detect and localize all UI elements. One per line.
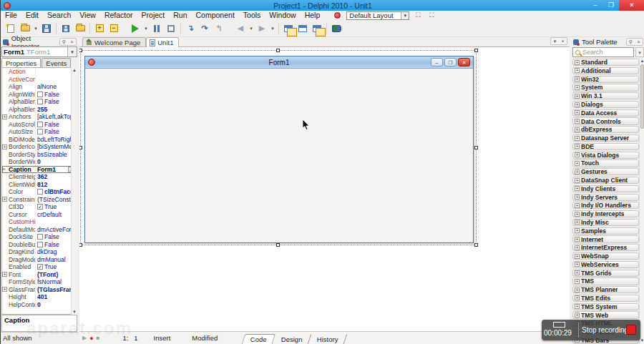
view-tab-design[interactable]: Design [273, 334, 311, 344]
new-button[interactable]: ✶ [4, 21, 18, 36]
expand-icon[interactable]: + [575, 262, 580, 267]
expand-icon[interactable]: + [575, 169, 580, 175]
menu-help[interactable]: Help [301, 11, 325, 20]
expand-icon[interactable]: + [575, 288, 580, 293]
expand-icon[interactable]: + [575, 60, 580, 65]
property-row-constraints[interactable]: +Constraints(TSizeConstrai [2, 196, 77, 204]
property-row-bidimode[interactable]: BiDiModebdLeftToRight [2, 136, 77, 144]
expand-icon[interactable]: + [575, 110, 580, 115]
designed-form[interactable]: Form1 – ❐ × [84, 56, 474, 243]
remove-from-project-button[interactable]: − [107, 21, 121, 36]
checkbox-false[interactable] [37, 234, 43, 240]
save-button[interactable] [39, 21, 54, 36]
close-icon[interactable]: × [635, 39, 643, 45]
palette-category-tms-system[interactable]: +TMS System [572, 303, 639, 310]
checkbox-true[interactable]: ✓ [37, 204, 43, 210]
property-row-clientheight[interactable]: ClientHeight362 [2, 173, 77, 181]
property-row-action[interactable]: Action [2, 68, 77, 76]
palette-category-dialogs[interactable]: +Dialogs [572, 101, 639, 108]
pause-button[interactable] [150, 21, 164, 36]
property-row-autosize[interactable]: AutoSizeFalse [2, 128, 77, 136]
open-project-button[interactable] [73, 21, 87, 36]
view-form-button[interactable] [296, 21, 310, 36]
palette-category-webservices[interactable]: +WebServices [572, 261, 639, 268]
object-selector-combo[interactable]: Form1 TForm1 ▾ [1, 46, 77, 57]
expand-icon[interactable]: + [575, 94, 580, 99]
palette-category-internet[interactable]: +Internet [572, 235, 639, 242]
new-form-button[interactable] [310, 21, 324, 36]
expand-icon[interactable]: + [2, 144, 7, 149]
palette-category-indy-clients[interactable]: +Indy Clients [572, 185, 639, 192]
expand-icon[interactable]: + [575, 68, 580, 73]
scroll-up-icon[interactable]: ▲ [640, 59, 644, 63]
scroll-down-icon[interactable]: ▼ [72, 309, 77, 315]
property-row-borderwidth[interactable]: BorderWidth0 [2, 158, 77, 166]
palette-category-win-3-1[interactable]: +Win 3.1 [572, 92, 639, 99]
add-to-project-button[interactable]: + [92, 21, 107, 36]
expand-icon[interactable]: + [575, 245, 580, 250]
expand-icon[interactable]: + [575, 254, 580, 259]
maximize-button[interactable]: ❐ [603, 0, 619, 11]
expand-icon[interactable]: + [575, 313, 580, 318]
form-designer-canvas[interactable]: Form1 – ❐ × [79, 47, 570, 331]
palette-category-vista-dialogs[interactable]: +Vista Dialogs [572, 152, 639, 159]
terminate-button[interactable] [164, 21, 178, 36]
palette-category-additional[interactable]: +Additional [572, 67, 639, 74]
save-desktop-icon[interactable]: ⛶ [413, 11, 423, 20]
form-maximize-button[interactable]: ❐ [444, 58, 457, 67]
menu-edit[interactable]: Edit [21, 11, 43, 20]
expand-icon[interactable]: + [575, 270, 580, 275]
palette-category-standard[interactable]: +Standard [572, 59, 639, 66]
inspector-tab-properties[interactable]: Properties [1, 58, 41, 67]
run-dropdown-icon[interactable]: ▾ [142, 21, 150, 36]
property-row-alphablendvalue[interactable]: AlphaBlendValue255 [2, 106, 77, 114]
property-row-anchors[interactable]: +Anchors[akLeft,akTop] [2, 113, 77, 121]
resize-handle-n[interactable] [276, 49, 280, 52]
minimize-button[interactable]: – [587, 0, 603, 11]
property-row-clientwidth[interactable]: ClientWidth812 [2, 181, 77, 189]
palette-category-touch[interactable]: +Touch [572, 159, 639, 167]
property-row-font[interactable]: +Font(TFont) [2, 271, 77, 279]
expand-icon[interactable]: + [2, 287, 7, 292]
view-tab-code[interactable]: Code [242, 334, 275, 344]
resize-handle-se[interactable] [474, 243, 478, 247]
expand-icon[interactable]: + [575, 237, 580, 242]
palette-category-gestures[interactable]: +Gestures [572, 168, 639, 175]
property-row-ctl3d[interactable]: Ctl3D✓True [2, 203, 77, 211]
expand-icon[interactable]: + [575, 195, 580, 200]
palette-category-system[interactable]: +System [572, 84, 639, 91]
palette-category-tms-grids[interactable]: +TMS Grids [572, 270, 639, 277]
property-row-alignwithmargins[interactable]: AlignWithMarginsFalse [2, 91, 77, 99]
open-button[interactable] [18, 21, 32, 36]
chevron-down-icon[interactable]: ▾ [551, 38, 559, 44]
property-row-height[interactable]: Height401 [2, 293, 77, 301]
close-button[interactable]: × [619, 0, 644, 11]
form-client-grid[interactable] [87, 69, 472, 241]
resize-handle-nw[interactable] [79, 49, 82, 52]
expand-icon[interactable]: + [2, 114, 7, 119]
navigate-forward-button[interactable]: ▶ [255, 21, 269, 36]
forward-dropdown-icon[interactable]: ▾ [269, 21, 276, 36]
palette-category-indy-intercepts[interactable]: +Indy Intercepts [572, 210, 639, 217]
menu-view[interactable]: View [75, 11, 100, 20]
property-row-doublebuffered[interactable]: DoubleBufferedFalse [2, 241, 77, 249]
palette-category-samples[interactable]: +Samples [572, 227, 639, 235]
property-row-defaultmonitor[interactable]: DefaultMonitordmActiveForm [2, 226, 77, 234]
form-titlebar[interactable]: Form1 – ❐ × [85, 56, 473, 69]
menu-run[interactable]: Run [169, 11, 191, 20]
view-unit-button[interactable] [281, 21, 296, 36]
palette-scrollbar[interactable]: ▲ ▼ [639, 59, 644, 344]
open-dropdown-icon[interactable]: ▾ [32, 21, 39, 36]
palette-category-tms-web[interactable]: +TMS Web [572, 311, 639, 318]
palette-category-tms-planner[interactable]: +TMS Planner [572, 286, 639, 293]
tab-welcome-page[interactable]: Welcome Page [82, 37, 146, 46]
run-button[interactable] [128, 21, 142, 36]
pin-icon[interactable]: ⚲ [627, 39, 635, 45]
property-row-cursor[interactable]: CursorcrDefault [2, 211, 77, 219]
property-row-autoscroll[interactable]: AutoScrollFalse [2, 121, 77, 129]
resize-handle-w[interactable] [79, 146, 82, 149]
palette-category-dbexpress[interactable]: +dbExpress [572, 126, 639, 133]
tab-unit1[interactable]: Unit1 [146, 37, 179, 47]
property-row-formstyle[interactable]: FormStylefsNormal [2, 278, 77, 286]
expand-icon[interactable]: + [575, 228, 580, 233]
